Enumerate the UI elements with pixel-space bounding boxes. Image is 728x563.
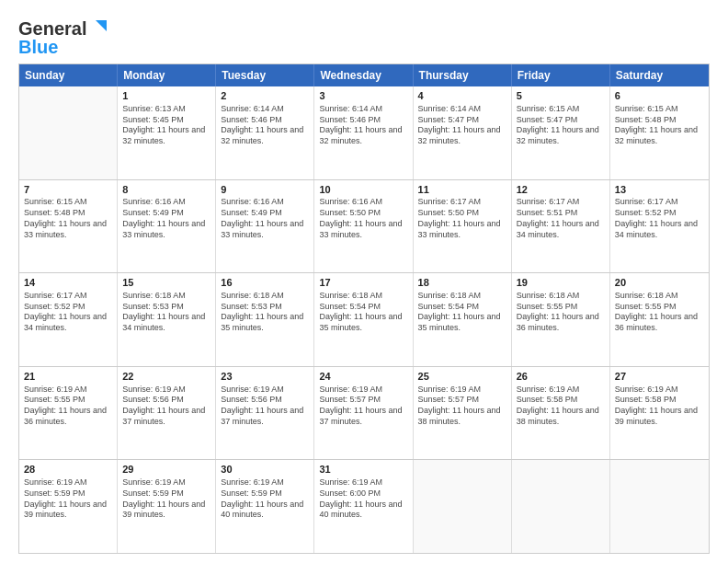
- calendar-cell: 25Sunrise: 6:19 AMSunset: 5:57 PMDayligh…: [414, 367, 512, 460]
- day-number: 3: [319, 89, 407, 103]
- day-number: 12: [517, 183, 605, 197]
- cell-info: Sunrise: 6:16 AMSunset: 5:50 PMDaylight:…: [319, 197, 407, 240]
- logo-icon: [88, 17, 108, 40]
- day-number: 29: [122, 463, 210, 477]
- calendar-cell: 31Sunrise: 6:19 AMSunset: 6:00 PMDayligh…: [314, 460, 413, 553]
- cell-info: Sunrise: 6:15 AMSunset: 5:48 PMDaylight:…: [24, 197, 112, 240]
- calendar-cell: 15Sunrise: 6:18 AMSunset: 5:53 PMDayligh…: [118, 273, 216, 366]
- calendar-cell: 3Sunrise: 6:14 AMSunset: 5:46 PMDaylight…: [314, 86, 413, 179]
- cell-info: Sunrise: 6:14 AMSunset: 5:46 PMDaylight:…: [319, 104, 407, 147]
- calendar-cell: 12Sunrise: 6:17 AMSunset: 5:51 PMDayligh…: [512, 180, 610, 273]
- day-number: 14: [24, 276, 112, 290]
- day-number: 23: [221, 370, 309, 384]
- day-number: 18: [418, 276, 506, 290]
- day-number: 9: [221, 183, 309, 197]
- day-number: 19: [517, 276, 605, 290]
- calendar-cell: 13Sunrise: 6:17 AMSunset: 5:52 PMDayligh…: [610, 180, 709, 273]
- day-number: 5: [517, 89, 605, 103]
- cell-info: Sunrise: 6:19 AMSunset: 5:56 PMDaylight:…: [122, 385, 210, 428]
- cell-info: Sunrise: 6:18 AMSunset: 5:53 PMDaylight:…: [221, 291, 309, 334]
- page: General Blue SundayMondayTuesdayWednesda…: [0, 0, 728, 563]
- header-cell-wednesday: Wednesday: [314, 64, 413, 86]
- day-number: 10: [319, 183, 407, 197]
- cell-info: Sunrise: 6:16 AMSunset: 5:49 PMDaylight:…: [122, 197, 210, 240]
- header-cell-friday: Friday: [512, 64, 610, 86]
- calendar-cell: 14Sunrise: 6:17 AMSunset: 5:52 PMDayligh…: [19, 273, 118, 366]
- calendar-cell: 30Sunrise: 6:19 AMSunset: 5:59 PMDayligh…: [216, 460, 314, 553]
- cell-info: Sunrise: 6:19 AMSunset: 5:56 PMDaylight:…: [221, 385, 309, 428]
- calendar-row-1: 7Sunrise: 6:15 AMSunset: 5:48 PMDaylight…: [19, 179, 709, 273]
- day-number: 13: [615, 183, 704, 197]
- calendar-row-0: 1Sunrise: 6:13 AMSunset: 5:45 PMDaylight…: [19, 86, 709, 179]
- header-cell-sunday: Sunday: [19, 64, 118, 86]
- day-number: 28: [24, 463, 112, 477]
- day-number: 4: [418, 89, 506, 103]
- calendar-header: SundayMondayTuesdayWednesdayThursdayFrid…: [19, 64, 709, 86]
- day-number: 6: [615, 89, 704, 103]
- day-number: 17: [319, 276, 407, 290]
- calendar-cell: [414, 460, 512, 553]
- cell-info: Sunrise: 6:19 AMSunset: 5:59 PMDaylight:…: [122, 477, 210, 521]
- calendar-cell: 18Sunrise: 6:18 AMSunset: 5:54 PMDayligh…: [414, 273, 512, 366]
- calendar-cell: 26Sunrise: 6:19 AMSunset: 5:58 PMDayligh…: [512, 367, 610, 460]
- day-number: 27: [615, 370, 704, 384]
- svg-marker-0: [96, 20, 107, 31]
- day-number: 25: [418, 370, 506, 384]
- calendar-cell: 27Sunrise: 6:19 AMSunset: 5:58 PMDayligh…: [610, 367, 709, 460]
- cell-info: Sunrise: 6:19 AMSunset: 6:00 PMDaylight:…: [319, 477, 407, 521]
- cell-info: Sunrise: 6:17 AMSunset: 5:51 PMDaylight:…: [517, 197, 605, 240]
- cell-info: Sunrise: 6:18 AMSunset: 5:54 PMDaylight:…: [319, 291, 407, 334]
- cell-info: Sunrise: 6:14 AMSunset: 5:47 PMDaylight:…: [418, 104, 506, 147]
- calendar-cell: 19Sunrise: 6:18 AMSunset: 5:55 PMDayligh…: [512, 273, 610, 366]
- calendar-row-4: 28Sunrise: 6:19 AMSunset: 5:59 PMDayligh…: [19, 459, 709, 553]
- calendar-cell: 4Sunrise: 6:14 AMSunset: 5:47 PMDaylight…: [414, 86, 512, 179]
- day-number: 15: [122, 276, 210, 290]
- cell-info: Sunrise: 6:19 AMSunset: 5:57 PMDaylight:…: [319, 385, 407, 428]
- cell-info: Sunrise: 6:17 AMSunset: 5:50 PMDaylight:…: [418, 197, 506, 240]
- cell-info: Sunrise: 6:18 AMSunset: 5:55 PMDaylight:…: [615, 291, 704, 334]
- calendar-row-3: 21Sunrise: 6:19 AMSunset: 5:55 PMDayligh…: [19, 366, 709, 460]
- cell-info: Sunrise: 6:19 AMSunset: 5:55 PMDaylight:…: [24, 385, 112, 428]
- day-number: 11: [418, 183, 506, 197]
- calendar-cell: 21Sunrise: 6:19 AMSunset: 5:55 PMDayligh…: [19, 367, 118, 460]
- cell-info: Sunrise: 6:17 AMSunset: 5:52 PMDaylight:…: [24, 291, 112, 334]
- header: General Blue: [18, 17, 710, 58]
- calendar-cell: 16Sunrise: 6:18 AMSunset: 5:53 PMDayligh…: [216, 273, 314, 366]
- header-cell-saturday: Saturday: [610, 64, 709, 86]
- day-number: 21: [24, 370, 112, 384]
- calendar-cell: 9Sunrise: 6:16 AMSunset: 5:49 PMDaylight…: [216, 180, 314, 273]
- day-number: 22: [122, 370, 210, 384]
- calendar: SundayMondayTuesdayWednesdayThursdayFrid…: [18, 63, 710, 554]
- day-number: 20: [615, 276, 704, 290]
- calendar-body: 1Sunrise: 6:13 AMSunset: 5:45 PMDaylight…: [19, 86, 709, 553]
- calendar-cell: 11Sunrise: 6:17 AMSunset: 5:50 PMDayligh…: [414, 180, 512, 273]
- header-cell-thursday: Thursday: [414, 64, 512, 86]
- calendar-cell: [19, 86, 118, 179]
- day-number: 31: [319, 463, 407, 477]
- cell-info: Sunrise: 6:15 AMSunset: 5:48 PMDaylight:…: [615, 104, 704, 147]
- cell-info: Sunrise: 6:19 AMSunset: 5:59 PMDaylight:…: [24, 477, 112, 521]
- calendar-cell: 24Sunrise: 6:19 AMSunset: 5:57 PMDayligh…: [314, 367, 413, 460]
- day-number: 8: [122, 183, 210, 197]
- calendar-cell: 8Sunrise: 6:16 AMSunset: 5:49 PMDaylight…: [118, 180, 216, 273]
- cell-info: Sunrise: 6:19 AMSunset: 5:57 PMDaylight:…: [418, 385, 506, 428]
- cell-info: Sunrise: 6:18 AMSunset: 5:55 PMDaylight:…: [517, 291, 605, 334]
- day-number: 24: [319, 370, 407, 384]
- cell-info: Sunrise: 6:14 AMSunset: 5:46 PMDaylight:…: [221, 104, 309, 147]
- calendar-cell: 1Sunrise: 6:13 AMSunset: 5:45 PMDaylight…: [118, 86, 216, 179]
- cell-info: Sunrise: 6:19 AMSunset: 5:58 PMDaylight:…: [517, 385, 605, 428]
- day-number: 16: [221, 276, 309, 290]
- cell-info: Sunrise: 6:19 AMSunset: 5:59 PMDaylight:…: [221, 477, 309, 521]
- calendar-row-2: 14Sunrise: 6:17 AMSunset: 5:52 PMDayligh…: [19, 272, 709, 366]
- header-cell-tuesday: Tuesday: [216, 64, 314, 86]
- cell-info: Sunrise: 6:15 AMSunset: 5:47 PMDaylight:…: [517, 104, 605, 147]
- calendar-cell: 28Sunrise: 6:19 AMSunset: 5:59 PMDayligh…: [19, 460, 118, 553]
- calendar-cell: 23Sunrise: 6:19 AMSunset: 5:56 PMDayligh…: [216, 367, 314, 460]
- calendar-cell: 6Sunrise: 6:15 AMSunset: 5:48 PMDaylight…: [610, 86, 709, 179]
- logo: General Blue: [18, 17, 108, 58]
- cell-info: Sunrise: 6:18 AMSunset: 5:53 PMDaylight:…: [122, 291, 210, 334]
- calendar-cell: [610, 460, 709, 553]
- calendar-cell: 22Sunrise: 6:19 AMSunset: 5:56 PMDayligh…: [118, 367, 216, 460]
- calendar-cell: 10Sunrise: 6:16 AMSunset: 5:50 PMDayligh…: [314, 180, 413, 273]
- calendar-cell: 5Sunrise: 6:15 AMSunset: 5:47 PMDaylight…: [512, 86, 610, 179]
